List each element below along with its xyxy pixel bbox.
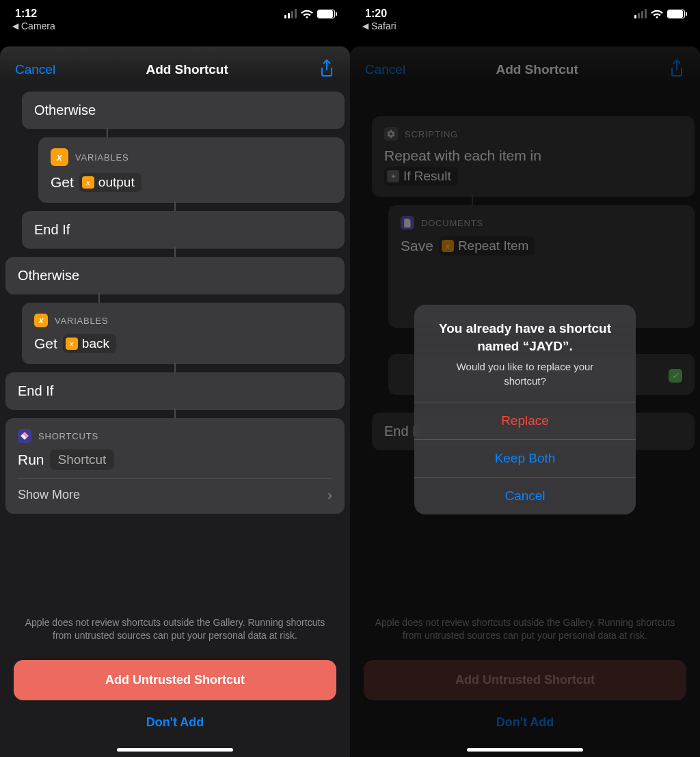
magic-variable-token[interactable]: ✦ If Result	[384, 167, 458, 186]
action-verb: Run	[18, 452, 44, 468]
left-screenshot: 1:12 ◀ Camera Cancel Add Shortcut Otherw…	[0, 0, 350, 757]
battery-icon	[667, 10, 685, 18]
category-label: SHORTCUTS	[38, 431, 98, 441]
status-time: 1:12	[15, 8, 37, 20]
signal-icon	[284, 9, 297, 18]
chevron-right-icon: ›	[327, 487, 332, 503]
right-screenshot: 1:20 ◀ Safari Cancel Add Shortcut	[350, 0, 700, 757]
scripting-icon	[384, 127, 398, 141]
category-label: VARIABLES	[75, 152, 129, 163]
back-chevron-icon: ◀	[362, 21, 368, 31]
untrusted-warning: Apple does not review shortcuts outside …	[14, 596, 336, 660]
category-label: VARIABLES	[55, 316, 109, 326]
variable-token[interactable]: x output	[79, 173, 142, 192]
otherwise-block[interactable]: Otherwise	[5, 257, 345, 294]
category-label: DOCUMENTS	[421, 218, 483, 228]
variable-token[interactable]: x Repeat Item	[439, 236, 536, 256]
alert-keep-both-button[interactable]: Keep Both	[414, 439, 636, 477]
back-chevron-icon: ◀	[12, 21, 18, 31]
nav-bar: Cancel Add Shortcut	[0, 46, 350, 87]
untrusted-warning: Apple does not review shortcuts outside …	[364, 596, 686, 660]
shortcuts-icon	[18, 429, 31, 443]
wifi-icon	[651, 10, 663, 18]
connector	[98, 293, 100, 303]
back-to-app[interactable]: ◀ Safari	[350, 20, 700, 37]
nav-title: Add Shortcut	[496, 62, 578, 77]
actions-scroll[interactable]: Otherwise x VARIABLES Get x output	[0, 90, 350, 757]
home-indicator[interactable]	[117, 748, 233, 752]
status-bar: 1:12	[0, 0, 350, 20]
status-bar: 1:20	[350, 0, 700, 20]
get-variable-block[interactable]: x VARIABLES Get x back	[22, 303, 345, 364]
end-if-block[interactable]: End If	[5, 372, 345, 410]
share-button[interactable]	[669, 59, 685, 81]
otherwise-block[interactable]: Otherwise	[22, 92, 345, 129]
connector	[472, 195, 473, 205]
sheet: Cancel Add Shortcut SCRIPTING Repeat wit…	[350, 46, 700, 757]
alert-title: You already have a shortcut named “JAYD”…	[414, 305, 636, 357]
variable-token[interactable]: x back	[63, 334, 116, 353]
token-var-icon: x	[66, 338, 78, 350]
end-if-block[interactable]: End If	[22, 211, 345, 249]
signal-icon	[634, 9, 647, 18]
alert-cancel-button[interactable]: Cancel	[414, 477, 636, 514]
back-to-app[interactable]: ◀ Camera	[0, 20, 350, 37]
status-right	[634, 9, 685, 18]
connector	[174, 409, 176, 418]
cancel-button[interactable]: Cancel	[15, 62, 55, 77]
variable-icon: x	[51, 148, 68, 166]
duplicate-shortcut-alert: You already have a shortcut named “JAYD”…	[414, 305, 636, 514]
connector	[174, 202, 176, 211]
documents-icon	[401, 216, 414, 230]
plus-icon: ✓	[669, 369, 682, 383]
dont-add-button[interactable]: Don't Add	[364, 700, 686, 730]
status-time: 1:20	[365, 8, 387, 20]
wifi-icon	[301, 10, 313, 18]
back-app-label: Camera	[21, 20, 55, 31]
action-verb: Get	[34, 335, 57, 352]
sheet: Cancel Add Shortcut Otherwise x VARIABLE…	[0, 46, 350, 757]
connector	[174, 363, 176, 372]
nav-title: Add Shortcut	[146, 62, 228, 77]
token-var-icon: x	[442, 240, 454, 252]
show-more-row[interactable]: Show More ›	[18, 478, 332, 503]
token-var-icon: x	[82, 176, 94, 189]
connector	[107, 128, 108, 137]
action-text: Repeat with each item in	[384, 148, 541, 164]
footer: Apple does not review shortcuts outside …	[350, 596, 700, 757]
back-app-label: Safari	[371, 20, 396, 31]
run-shortcut-block[interactable]: SHORTCUTS Run Shortcut Show More ›	[5, 418, 345, 514]
alert-message: Would you like to replace your shortcut?	[414, 357, 636, 402]
add-untrusted-button[interactable]: Add Untrusted Shortcut	[14, 660, 336, 700]
connector	[174, 247, 176, 257]
share-button[interactable]	[319, 59, 335, 81]
get-variable-block[interactable]: x VARIABLES Get x output	[38, 137, 345, 203]
variable-icon: x	[34, 314, 48, 327]
battery-icon	[317, 10, 335, 18]
token-magic-icon: ✦	[387, 170, 399, 182]
nav-bar: Cancel Add Shortcut	[350, 46, 700, 87]
action-verb: Get	[51, 174, 74, 191]
action-verb: Save	[401, 238, 433, 254]
status-right	[284, 9, 335, 18]
footer: Apple does not review shortcuts outside …	[0, 596, 350, 757]
dont-add-button[interactable]: Don't Add	[14, 700, 336, 730]
add-untrusted-button[interactable]: Add Untrusted Shortcut	[364, 660, 686, 700]
home-indicator[interactable]	[467, 748, 583, 752]
repeat-block[interactable]: SCRIPTING Repeat with each item in ✦ If …	[372, 116, 695, 197]
category-label: SCRIPTING	[405, 129, 458, 139]
shortcut-placeholder-token[interactable]: Shortcut	[50, 450, 115, 470]
cancel-button[interactable]: Cancel	[365, 62, 405, 77]
alert-replace-button[interactable]: Replace	[414, 402, 636, 439]
